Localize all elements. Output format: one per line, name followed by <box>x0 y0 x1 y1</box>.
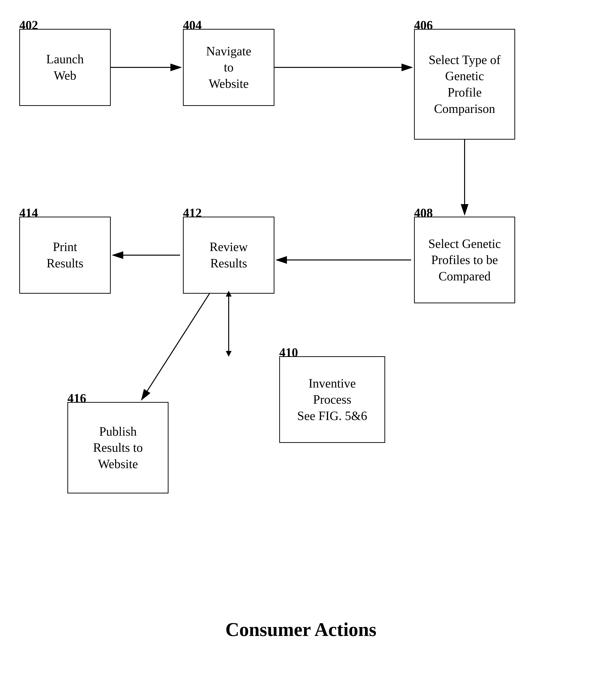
page-title: Consumer Actions <box>180 619 421 641</box>
node-416-text: PublishResults toWebsite <box>93 423 143 472</box>
node-408-text: Select GeneticProfiles to beCompared <box>428 236 501 285</box>
node-414-text: PrintResults <box>46 239 83 271</box>
node-406-text: Select Type ofGeneticProfileComparison <box>429 52 501 117</box>
arrow-down-410 <box>226 351 232 357</box>
node-402: LaunchWeb <box>19 29 111 106</box>
arrow-412-416 <box>142 294 210 399</box>
node-412-text: ReviewResults <box>210 239 248 271</box>
node-416: PublishResults toWebsite <box>67 402 169 493</box>
node-412: ReviewResults <box>183 217 274 294</box>
node-404-text: NavigatetoWebsite <box>206 43 251 92</box>
node-404: NavigatetoWebsite <box>183 29 274 106</box>
node-414: PrintResults <box>19 217 111 294</box>
node-410-text: InventiveProcessSee FIG. 5&6 <box>297 375 367 424</box>
node-408: Select GeneticProfiles to beCompared <box>414 217 515 303</box>
node-402-text: LaunchWeb <box>46 51 84 84</box>
node-410: InventiveProcessSee FIG. 5&6 <box>279 356 385 443</box>
node-406: Select Type ofGeneticProfileComparison <box>414 29 515 140</box>
diagram-container: 402 LaunchWeb 404 NavigatetoWebsite 406 … <box>0 0 616 686</box>
